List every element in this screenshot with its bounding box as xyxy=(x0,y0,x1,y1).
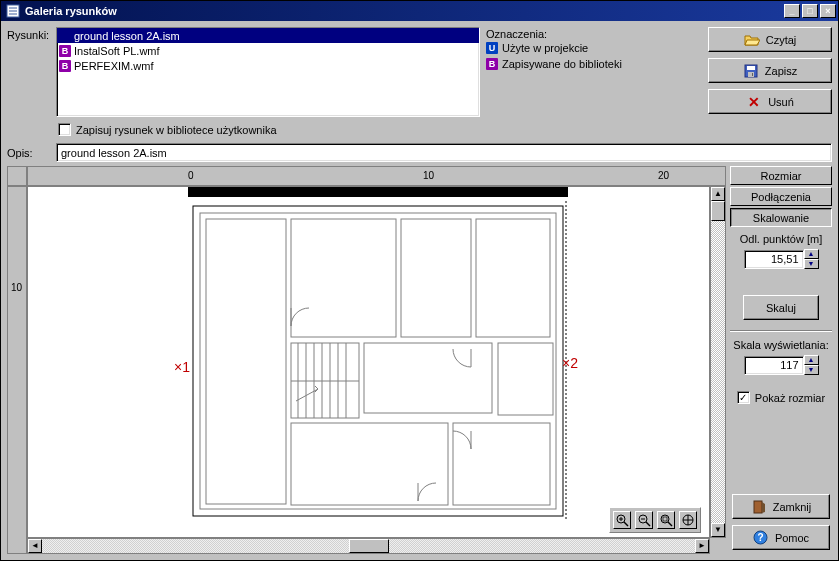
close-button[interactable]: × xyxy=(820,4,836,18)
zoom-all-button[interactable] xyxy=(679,511,697,529)
distance-spin-up[interactable]: ▲ xyxy=(804,249,819,259)
ruler-corner xyxy=(7,166,27,186)
badge-b-icon: B xyxy=(59,45,71,57)
ruler-tick: 10 xyxy=(423,170,434,181)
svg-rect-25 xyxy=(291,423,448,505)
delete-button[interactable]: ✕ Usuń xyxy=(708,89,832,114)
help-button[interactable]: ? Pomoc xyxy=(732,525,830,550)
ruler-vertical[interactable]: 10 xyxy=(7,186,27,554)
save-library-label: Zapisuj rysunek w bibliotece użytkownika xyxy=(76,124,277,136)
svg-text:?: ? xyxy=(758,532,764,543)
ruler-horizontal[interactable]: 01020 xyxy=(27,166,726,186)
horizontal-scrollbar[interactable]: ◄ ► xyxy=(27,538,710,554)
scroll-left-button[interactable]: ◄ xyxy=(28,539,42,553)
svg-rect-2 xyxy=(747,66,755,70)
folder-open-icon xyxy=(744,32,760,48)
titlebar: Galeria rysunków _ □ × xyxy=(1,1,838,21)
svg-rect-3 xyxy=(748,72,754,77)
description-input[interactable] xyxy=(56,143,832,162)
display-scale-input[interactable] xyxy=(744,356,804,375)
legend-u-icon: U xyxy=(486,42,498,54)
svg-rect-10 xyxy=(476,219,550,337)
svg-rect-4 xyxy=(752,73,753,76)
close-button-panel[interactable]: Zamknij xyxy=(732,494,830,519)
legend-used-label: Użyte w projekcie xyxy=(502,42,588,54)
file-name-label: PERFEXIM.wmf xyxy=(74,60,153,72)
distance-input[interactable] xyxy=(744,250,804,269)
save-icon xyxy=(743,63,759,79)
vertical-scrollbar[interactable]: ▲ ▼ xyxy=(710,186,726,538)
zoom-in-button[interactable] xyxy=(613,511,631,529)
zoom-fit-button[interactable] xyxy=(657,511,675,529)
file-list-item[interactable]: BInstalSoft PL.wmf xyxy=(57,43,479,58)
opis-label: Opis: xyxy=(7,147,50,159)
show-size-checkbox[interactable]: ✓ xyxy=(737,391,750,404)
minimize-button[interactable]: _ xyxy=(784,4,800,18)
window: Galeria rysunków _ □ × Rysunki: ground l… xyxy=(0,0,839,561)
svg-rect-5 xyxy=(193,206,563,516)
app-icon xyxy=(5,3,21,19)
ruler-tick: 0 xyxy=(188,170,194,181)
tab-podlaczenia[interactable]: Podłączenia xyxy=(730,187,832,206)
file-name-label: InstalSoft PL.wmf xyxy=(74,45,160,57)
show-size-label: Pokaż rozmiar xyxy=(755,392,825,404)
door-icon xyxy=(751,499,767,515)
svg-rect-20 xyxy=(364,343,492,413)
legend-b-icon: B xyxy=(486,58,498,70)
window-title: Galeria rysunków xyxy=(25,5,784,17)
scroll-right-button[interactable]: ► xyxy=(695,539,709,553)
distance-label: Odl. punktów [m] xyxy=(740,233,823,245)
svg-point-36 xyxy=(661,515,669,523)
maximize-button[interactable]: □ xyxy=(802,4,818,18)
distance-spin-down[interactable]: ▼ xyxy=(804,259,819,269)
save-button[interactable]: Zapisz xyxy=(708,58,832,83)
marker-1[interactable]: ×1 xyxy=(174,359,190,375)
ruler-tick: 10 xyxy=(11,282,22,293)
svg-rect-8 xyxy=(291,219,396,337)
read-button[interactable]: Czytaj xyxy=(708,27,832,52)
right-panel: Rozmiar Podłączenia Skalowanie Odl. punk… xyxy=(730,166,832,554)
zoom-toolbar xyxy=(609,507,701,533)
file-name-label: ground lesson 2A.ism xyxy=(74,30,180,42)
scroll-thumb-v[interactable] xyxy=(711,201,725,221)
legend-saved-label: Zapisywane do biblioteki xyxy=(502,58,622,70)
scale-spin-up[interactable]: ▲ xyxy=(804,355,819,365)
zoom-out-button[interactable] xyxy=(635,511,653,529)
rysunki-label: Rysunki: xyxy=(7,27,50,117)
help-icon: ? xyxy=(753,530,769,546)
scroll-up-button[interactable]: ▲ xyxy=(711,187,725,201)
top-bar xyxy=(188,187,568,197)
oznaczenia-label: Oznaczenia: xyxy=(486,28,622,40)
tab-skalowanie[interactable]: Skalowanie xyxy=(730,208,832,227)
scale-spin-down[interactable]: ▼ xyxy=(804,365,819,375)
file-list-item[interactable]: BPERFEXIM.wmf xyxy=(57,58,479,73)
save-library-checkbox[interactable] xyxy=(58,123,71,136)
delete-icon: ✕ xyxy=(746,94,762,110)
scroll-down-button[interactable]: ▼ xyxy=(711,523,725,537)
svg-line-30 xyxy=(624,522,628,526)
file-list[interactable]: ground lesson 2A.ismBInstalSoft PL.wmfBP… xyxy=(56,27,480,117)
svg-rect-6 xyxy=(200,213,556,509)
svg-rect-27 xyxy=(498,343,553,415)
legend: Oznaczenia: U Użyte w projekcie B Zapisy… xyxy=(486,27,622,139)
marker-2[interactable]: ×2 xyxy=(562,355,578,371)
svg-rect-7 xyxy=(206,219,286,504)
drawing-canvas[interactable]: ×1 ×2 xyxy=(27,186,710,538)
svg-line-34 xyxy=(646,522,650,526)
badge-b-icon: B xyxy=(59,60,71,72)
file-list-item[interactable]: ground lesson 2A.ism xyxy=(57,28,479,43)
ruler-tick: 20 xyxy=(658,170,669,181)
display-scale-label: Skala wyświetlania: xyxy=(733,339,828,351)
svg-rect-9 xyxy=(401,219,471,337)
svg-rect-41 xyxy=(754,501,762,513)
svg-line-37 xyxy=(668,522,672,526)
tab-rozmiar[interactable]: Rozmiar xyxy=(730,166,832,185)
svg-rect-26 xyxy=(453,423,550,505)
scale-button[interactable]: Skaluj xyxy=(743,295,819,320)
scroll-thumb-h[interactable] xyxy=(349,539,389,553)
floorplan-drawing xyxy=(188,201,568,521)
